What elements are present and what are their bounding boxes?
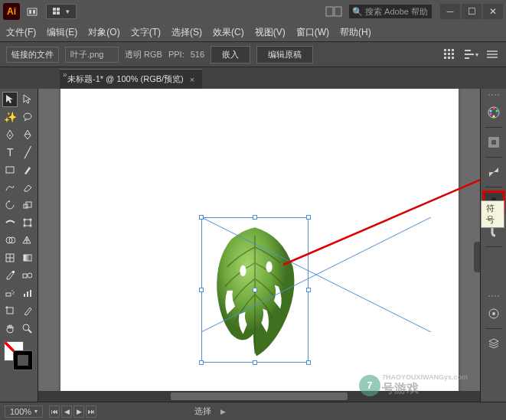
panel-handle-icon[interactable] bbox=[484, 92, 504, 99]
scrollbar-thumb[interactable] bbox=[171, 392, 348, 400]
ppi-label: PPI: bbox=[168, 50, 184, 59]
eyedropper-tool[interactable] bbox=[2, 268, 18, 283]
selection-tool[interactable] bbox=[2, 92, 18, 107]
panel-handle-icon-2[interactable] bbox=[484, 293, 504, 301]
svg-rect-41 bbox=[12, 271, 15, 273]
tab-chevron-icon[interactable]: » bbox=[63, 70, 67, 79]
zoom-tool[interactable] bbox=[20, 321, 35, 336]
zoom-selector[interactable]: 100%▾ bbox=[5, 405, 43, 418]
menu-object[interactable]: 对象(O) bbox=[88, 26, 119, 39]
next-artboard-button[interactable]: ▶ bbox=[73, 405, 84, 418]
width-tool[interactable] bbox=[2, 215, 18, 230]
first-artboard-button[interactable]: ⏮ bbox=[49, 405, 60, 418]
artboard-tool[interactable] bbox=[2, 303, 18, 318]
status-mode-chevron-icon[interactable]: ▶ bbox=[220, 408, 226, 415]
rotate-tool[interactable] bbox=[2, 197, 18, 213]
paintbrush-tool[interactable] bbox=[20, 162, 35, 177]
perspective-grid-tool[interactable] bbox=[20, 233, 35, 248]
svg-rect-27 bbox=[6, 167, 14, 173]
embed-button[interactable]: 嵌入 bbox=[211, 46, 250, 63]
swatches-panel-icon[interactable] bbox=[484, 132, 504, 152]
bridge-icon[interactable] bbox=[24, 4, 40, 19]
svg-rect-14 bbox=[452, 53, 454, 55]
handle-mid-left[interactable] bbox=[199, 288, 204, 292]
options-icon[interactable] bbox=[485, 47, 500, 61]
menu-window[interactable]: 窗口(W) bbox=[296, 26, 329, 39]
menu-help[interactable]: 帮助(H) bbox=[340, 26, 371, 39]
menu-file[interactable]: 文件(F) bbox=[6, 26, 36, 39]
gradient-tool[interactable] bbox=[20, 250, 35, 265]
grid-small-icon[interactable] bbox=[442, 47, 457, 61]
prev-artboard-button[interactable]: ◀ bbox=[61, 405, 72, 418]
close-button[interactable]: ✕ bbox=[483, 4, 503, 19]
selected-image[interactable] bbox=[201, 217, 308, 363]
handle-top-mid[interactable] bbox=[253, 215, 257, 220]
color-panel-icon[interactable] bbox=[484, 103, 504, 122]
canvas-area[interactable] bbox=[38, 89, 480, 402]
svg-rect-12 bbox=[444, 53, 446, 55]
handle-bottom-right[interactable] bbox=[306, 360, 311, 365]
line-tool[interactable]: ╱ bbox=[20, 145, 35, 160]
svg-rect-40 bbox=[24, 255, 31, 261]
search-input[interactable]: 🔍搜索 Adobe 帮助 bbox=[348, 4, 433, 19]
type-tool[interactable]: T bbox=[2, 145, 18, 160]
panel-expand-handle[interactable] bbox=[474, 242, 480, 272]
layers-panel-icon[interactable] bbox=[484, 334, 504, 353]
slice-tool[interactable] bbox=[20, 303, 35, 318]
stroke-swatch[interactable] bbox=[13, 350, 33, 370]
shape-builder-tool[interactable] bbox=[2, 233, 18, 248]
menu-view[interactable]: 视图(V) bbox=[255, 26, 286, 39]
svg-point-47 bbox=[12, 293, 14, 295]
handle-top-right[interactable] bbox=[306, 215, 311, 220]
fill-stroke-swatch[interactable] bbox=[2, 341, 36, 373]
svg-rect-5 bbox=[53, 11, 56, 15]
menu-edit[interactable]: 编辑(E) bbox=[47, 26, 77, 39]
tab-close-icon[interactable]: × bbox=[190, 75, 194, 84]
handle-top-left[interactable] bbox=[199, 215, 204, 220]
handle-bottom-left[interactable] bbox=[199, 360, 204, 365]
handle-center[interactable] bbox=[253, 288, 257, 292]
scale-tool[interactable] bbox=[20, 197, 35, 213]
svg-point-31 bbox=[23, 219, 25, 221]
mesh-tool[interactable] bbox=[2, 250, 18, 265]
minimize-button[interactable]: ─ bbox=[440, 4, 460, 19]
svg-point-67 bbox=[495, 110, 498, 112]
symbol-sprayer-tool[interactable] bbox=[2, 285, 18, 301]
svg-rect-9 bbox=[444, 49, 446, 51]
workspace-dropdown[interactable]: ▾ bbox=[46, 4, 77, 19]
eraser-tool[interactable] bbox=[20, 180, 35, 195]
lasso-tool[interactable] bbox=[20, 109, 35, 125]
shaper-tool[interactable] bbox=[2, 180, 18, 195]
align-icon[interactable]: ▾ bbox=[463, 47, 478, 61]
svg-point-26 bbox=[9, 135, 11, 136]
menu-effect[interactable]: 效果(C) bbox=[213, 26, 244, 39]
menu-select[interactable]: 选择(S) bbox=[171, 26, 202, 39]
svg-rect-0 bbox=[28, 8, 37, 15]
graph-tool[interactable] bbox=[20, 285, 35, 301]
hand-tool[interactable] bbox=[2, 321, 18, 336]
direct-selection-tool[interactable] bbox=[20, 92, 35, 107]
blend-tool[interactable] bbox=[20, 268, 35, 283]
watermark-text: 号游戏 bbox=[382, 381, 468, 397]
appearance-panel-icon[interactable] bbox=[484, 304, 504, 324]
document-tab[interactable]: 未标题-1* @ 100% (RGB/预览) × bbox=[60, 69, 202, 89]
handle-bottom-mid[interactable] bbox=[253, 360, 257, 365]
svg-rect-17 bbox=[452, 57, 454, 59]
edit-original-button[interactable]: 编辑原稿 bbox=[256, 46, 313, 63]
maximize-button[interactable]: ☐ bbox=[462, 4, 482, 19]
svg-rect-50 bbox=[30, 290, 31, 297]
menu-type[interactable]: 文字(T) bbox=[131, 26, 161, 39]
curvature-tool[interactable] bbox=[20, 127, 35, 142]
symbols-tooltip: 符号 bbox=[481, 200, 504, 228]
arrange-docs-icon[interactable] bbox=[322, 5, 345, 18]
free-transform-tool[interactable] bbox=[20, 215, 35, 230]
artboard[interactable] bbox=[60, 89, 459, 395]
svg-rect-11 bbox=[452, 49, 454, 51]
pen-tool[interactable] bbox=[2, 127, 18, 142]
handle-mid-right[interactable] bbox=[306, 288, 311, 292]
rectangle-tool[interactable] bbox=[2, 162, 18, 177]
svg-point-78 bbox=[488, 295, 490, 297]
brushes-panel-icon[interactable] bbox=[484, 162, 504, 182]
magic-wand-tool[interactable]: ✨ bbox=[2, 109, 18, 125]
last-artboard-button[interactable]: ⏭ bbox=[86, 405, 96, 418]
